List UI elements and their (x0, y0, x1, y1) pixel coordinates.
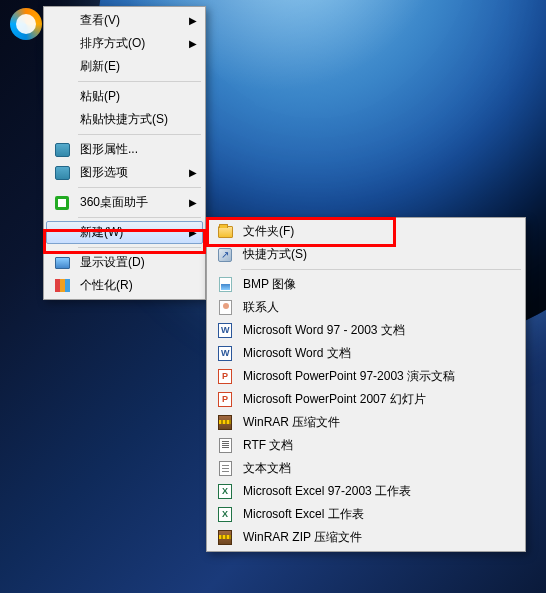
winrar-icon (213, 413, 237, 433)
excel-icon (213, 482, 237, 502)
personalize-icon (50, 276, 74, 296)
submenu-contact[interactable]: 联系人 (209, 296, 523, 319)
menu-label: 联系人 (237, 299, 517, 316)
submenu-arrow-icon: ▶ (185, 38, 197, 49)
menu-label: Microsoft Excel 97-2003 工作表 (237, 483, 517, 500)
menu-paste-shortcut[interactable]: 粘贴快捷方式(S) (46, 108, 203, 131)
menu-label: 查看(V) (74, 12, 185, 29)
menu-label: 显示设置(D) (74, 254, 197, 271)
word-icon (213, 344, 237, 364)
menu-label: 粘贴快捷方式(S) (74, 111, 197, 128)
menu-separator (241, 269, 521, 270)
menu-label: 图形属性... (74, 141, 197, 158)
submenu-txt[interactable]: 文本文档 (209, 457, 523, 480)
menu-separator (78, 217, 201, 218)
folder-icon (213, 222, 237, 242)
submenu-shortcut[interactable]: 快捷方式(S) (209, 243, 523, 266)
submenu-arrow-icon: ▶ (185, 227, 197, 238)
menu-separator (78, 187, 201, 188)
desktop-context-menu: 查看(V) ▶ 排序方式(O) ▶ 刷新(E) 粘贴(P) 粘贴快捷方式(S) … (43, 6, 206, 300)
submenu-word97[interactable]: Microsoft Word 97 - 2003 文档 (209, 319, 523, 342)
submenu-excel97[interactable]: Microsoft Excel 97-2003 工作表 (209, 480, 523, 503)
submenu-arrow-icon: ▶ (185, 167, 197, 178)
blank-icon (50, 34, 74, 54)
menu-sort[interactable]: 排序方式(O) ▶ (46, 32, 203, 55)
360-icon (50, 193, 74, 213)
menu-label: RTF 文档 (237, 437, 517, 454)
shortcut-icon (213, 245, 237, 265)
word-icon (213, 321, 237, 341)
bmp-icon (213, 275, 237, 295)
menu-personalize[interactable]: 个性化(R) (46, 274, 203, 297)
submenu-ppt97[interactable]: Microsoft PowerPoint 97-2003 演示文稿 (209, 365, 523, 388)
menu-label: 新建(W) (74, 224, 185, 241)
submenu-winrar-zip[interactable]: WinRAR ZIP 压缩文件 (209, 526, 523, 549)
submenu-rtf[interactable]: RTF 文档 (209, 434, 523, 457)
menu-graphics-opts[interactable]: 图形选项 ▶ (46, 161, 203, 184)
powerpoint-icon (213, 390, 237, 410)
menu-label: Microsoft Excel 工作表 (237, 506, 517, 523)
powerpoint-icon (213, 367, 237, 387)
menu-label: Microsoft PowerPoint 97-2003 演示文稿 (237, 368, 517, 385)
graphics-icon (50, 140, 74, 160)
menu-360-desktop[interactable]: 360桌面助手 ▶ (46, 191, 203, 214)
menu-separator (78, 134, 201, 135)
submenu-arrow-icon: ▶ (185, 197, 197, 208)
submenu-word[interactable]: Microsoft Word 文档 (209, 342, 523, 365)
menu-label: 360桌面助手 (74, 194, 185, 211)
menu-label: Microsoft Word 97 - 2003 文档 (237, 322, 517, 339)
menu-label: 图形选项 (74, 164, 185, 181)
display-icon (50, 253, 74, 273)
winrar-icon (213, 528, 237, 548)
menu-label: 文本文档 (237, 460, 517, 477)
rtf-icon (213, 436, 237, 456)
menu-graphics-props[interactable]: 图形属性... (46, 138, 203, 161)
menu-view[interactable]: 查看(V) ▶ (46, 9, 203, 32)
submenu-ppt07[interactable]: Microsoft PowerPoint 2007 幻灯片 (209, 388, 523, 411)
menu-new[interactable]: 新建(W) ▶ (46, 221, 203, 244)
graphics-icon (50, 163, 74, 183)
submenu-arrow-icon: ▶ (185, 15, 197, 26)
blank-icon (50, 11, 74, 31)
menu-separator (78, 81, 201, 82)
menu-label: 快捷方式(S) (237, 246, 517, 263)
menu-separator (78, 247, 201, 248)
menu-refresh[interactable]: 刷新(E) (46, 55, 203, 78)
menu-display-settings[interactable]: 显示设置(D) (46, 251, 203, 274)
excel-icon (213, 505, 237, 525)
menu-label: Microsoft Word 文档 (237, 345, 517, 362)
submenu-winrar[interactable]: WinRAR 压缩文件 (209, 411, 523, 434)
menu-paste[interactable]: 粘贴(P) (46, 85, 203, 108)
menu-label: 刷新(E) (74, 58, 197, 75)
menu-label: BMP 图像 (237, 276, 517, 293)
menu-label: Microsoft PowerPoint 2007 幻灯片 (237, 391, 517, 408)
text-icon (213, 459, 237, 479)
menu-label: 粘贴(P) (74, 88, 197, 105)
submenu-bmp[interactable]: BMP 图像 (209, 273, 523, 296)
blank-icon (50, 223, 74, 243)
watermark-logo (10, 8, 42, 40)
menu-label: WinRAR ZIP 压缩文件 (237, 529, 517, 546)
blank-icon (50, 110, 74, 130)
menu-label: 文件夹(F) (237, 223, 517, 240)
submenu-excel[interactable]: Microsoft Excel 工作表 (209, 503, 523, 526)
menu-label: WinRAR 压缩文件 (237, 414, 517, 431)
menu-label: 个性化(R) (74, 277, 197, 294)
blank-icon (50, 57, 74, 77)
contact-icon (213, 298, 237, 318)
blank-icon (50, 87, 74, 107)
new-submenu: 文件夹(F) 快捷方式(S) BMP 图像 联系人 Microsoft Word… (206, 217, 526, 552)
menu-label: 排序方式(O) (74, 35, 185, 52)
submenu-folder[interactable]: 文件夹(F) (209, 220, 523, 243)
